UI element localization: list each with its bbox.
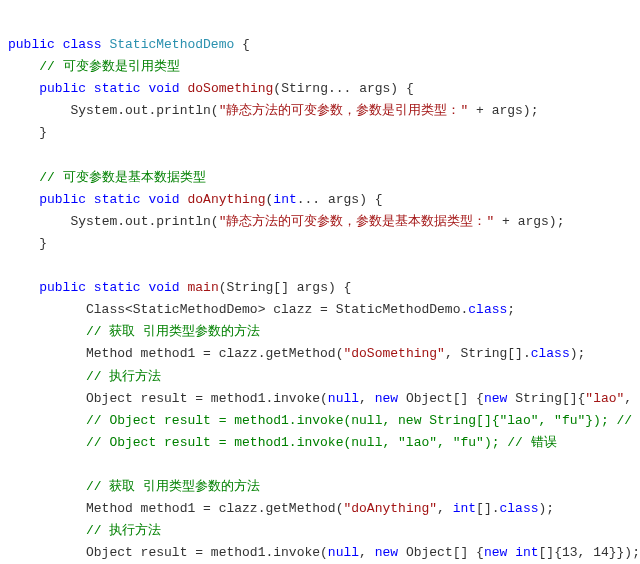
text: , (359, 545, 375, 560)
kw-void: void (148, 280, 179, 295)
comment: // 执行方法 (86, 523, 161, 538)
string: "静态方法的可变参数，参数是引用类型：" (219, 103, 469, 118)
method-name: doAnything (188, 192, 266, 207)
class-name: StaticMethodDemo (109, 37, 234, 52)
text: + args); (494, 214, 564, 229)
text: System.out.println( (70, 103, 218, 118)
method-name: doSomething (188, 81, 274, 96)
text: Class<StaticMethodDemo> clazz = StaticMe… (86, 302, 468, 317)
text: Method method1 = clazz.getMethod( (86, 501, 343, 516)
kw-class: class (531, 346, 570, 361)
string: "lao" (585, 391, 624, 406)
method-name: main (188, 280, 219, 295)
comment: // 可变参数是基本数据类型 (39, 170, 205, 185)
kw-null: null (328, 545, 359, 560)
comment: // 可变参数是引用类型 (39, 59, 179, 74)
text: Object[] { (398, 545, 484, 560)
text: Object[] { (398, 391, 484, 406)
kw-void: void (148, 192, 179, 207)
kw-int: int (515, 545, 538, 560)
kw-public: public (39, 280, 86, 295)
comment: // Object result = method1.invoke(null, … (86, 413, 640, 428)
text: String[]{ (507, 391, 585, 406)
kw-class: class (468, 302, 507, 317)
kw-void: void (148, 81, 179, 96)
comment: // Object result = method1.invoke(null, … (86, 435, 557, 450)
text: (Stirng... args) { (273, 81, 413, 96)
comment: // 获取 引用类型参数的方法 (86, 324, 260, 339)
kw-new: new (484, 545, 507, 560)
text: { (234, 37, 250, 52)
text: ... args) { (297, 192, 383, 207)
brace: } (39, 125, 47, 140)
kw-new: new (484, 391, 507, 406)
kw-public: public (8, 37, 55, 52)
comment: // 获取 引用类型参数的方法 (86, 479, 260, 494)
text: , (359, 391, 375, 406)
text: + args); (468, 103, 538, 118)
kw-null: null (328, 391, 359, 406)
brace: } (39, 236, 47, 251)
comment: // 执行方法 (86, 369, 161, 384)
string: "静态方法的可变参数，参数是基本数据类型：" (219, 214, 495, 229)
text: ); (539, 501, 555, 516)
kw-public: public (39, 192, 86, 207)
text: ); (570, 346, 586, 361)
text: System.out.println( (70, 214, 218, 229)
text: []. (476, 501, 499, 516)
kw-class: class (500, 501, 539, 516)
kw-new: new (375, 391, 398, 406)
kw-static: static (94, 192, 141, 207)
text: ; (507, 302, 515, 317)
kw-int: int (273, 192, 296, 207)
text: Method method1 = clazz.getMethod( (86, 346, 343, 361)
string: "doSomething" (343, 346, 444, 361)
kw-static: static (94, 280, 141, 295)
text: Object result = method1.invoke( (86, 545, 328, 560)
kw-int: int (453, 501, 476, 516)
text: , (437, 501, 453, 516)
kw-public: public (39, 81, 86, 96)
text: (String[] args) { (219, 280, 352, 295)
text: Object result = method1.invoke( (86, 391, 328, 406)
string: "doAnything" (343, 501, 437, 516)
kw-new: new (375, 545, 398, 560)
text (507, 545, 515, 560)
text: , (624, 391, 640, 406)
kw-class: class (63, 37, 102, 52)
text: []{13, 14}}); (539, 545, 640, 560)
kw-static: static (94, 81, 141, 96)
code-block: public class StaticMethodDemo { // 可变参数是… (0, 0, 640, 564)
text: , String[]. (445, 346, 531, 361)
